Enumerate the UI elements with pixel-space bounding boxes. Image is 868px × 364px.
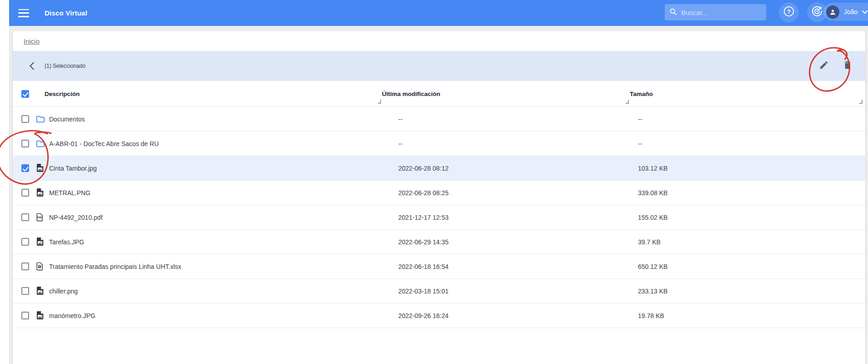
row-checkbox[interactable] [21, 312, 29, 319]
file-modified-date: 2022-09-26 16:24 [398, 312, 449, 319]
selection-toolbar: (1) Seleccionado [13, 51, 865, 81]
breadcrumb: Inicio [13, 31, 865, 51]
row-checkbox[interactable] [21, 164, 29, 172]
image-file-icon [35, 188, 45, 198]
file-name[interactable]: Documentos [49, 116, 85, 123]
table-row[interactable]: Tratamiento Paradas principais Linha UHT… [13, 254, 865, 279]
menu-icon[interactable] [18, 9, 29, 17]
search-box[interactable] [665, 4, 766, 20]
image-file-icon [35, 163, 45, 173]
table-row[interactable]: Cinta Tambor.jpg2022-06-28 08:12103.12 K… [13, 156, 865, 181]
table-row[interactable]: PDFNP-4492_2010.pdf2021-12-17 12:53155.0… [13, 205, 865, 230]
image-file-icon [35, 237, 45, 247]
row-checkbox[interactable] [21, 238, 29, 246]
file-modified-date: 2022-06-18 16:54 [398, 263, 449, 270]
table-row[interactable]: chiller.png2022-03-18 15:01233.13 KB [13, 279, 865, 303]
file-name[interactable]: Cinta Tambor.jpg [49, 165, 97, 172]
file-size: 103.12 KB [638, 165, 667, 172]
image-file-icon [35, 286, 45, 296]
back-button[interactable] [26, 60, 38, 72]
file-manager-card: Inicio (1) Seleccionado [13, 31, 865, 364]
delete-button[interactable] [842, 60, 853, 72]
column-resize-handle[interactable] [859, 100, 863, 104]
file-modified-date: -- [398, 140, 402, 147]
table-header: Descripción Última modificación Tamaño [13, 81, 865, 107]
file-list: Documentos----A-ABR-01 - DocTec Abre Sac… [13, 107, 865, 328]
file-name[interactable]: Tarefas.JPG [49, 238, 84, 246]
file-size: -- [638, 116, 642, 123]
file-size: 233.13 KB [638, 288, 667, 295]
row-checkbox[interactable] [21, 140, 29, 147]
row-checkbox[interactable] [21, 263, 29, 270]
search-input[interactable] [681, 9, 758, 16]
column-header-description[interactable]: Descripción [45, 91, 80, 97]
row-checkbox[interactable] [21, 115, 29, 123]
file-name[interactable]: manómetro.JPG [49, 312, 95, 319]
column-resize-handle[interactable] [626, 100, 629, 104]
image-file-icon [35, 311, 45, 321]
table-row[interactable]: Documentos---- [13, 107, 865, 131]
folder-icon [35, 114, 45, 124]
chevron-down-icon [862, 8, 868, 16]
row-checkbox[interactable] [21, 287, 29, 295]
pdf-file-icon: PDF [35, 212, 45, 222]
user-name: João [844, 8, 858, 15]
column-header-modified[interactable]: Última modificación [382, 91, 440, 97]
file-name[interactable]: Tratamiento Paradas principais Linha UHT… [49, 263, 181, 270]
table-row[interactable]: Tarefas.JPG2022-06-29 14:3539.7 KB [13, 230, 865, 254]
svg-text:?: ? [787, 9, 791, 15]
table-row[interactable]: manómetro.JPG2022-09-26 16:2419.78 KB [13, 303, 865, 328]
file-size: -- [638, 140, 642, 147]
folder-icon [35, 139, 45, 149]
help-icon: ? [783, 5, 795, 19]
table-row[interactable]: A-ABR-01 - DocTec Abre Sacos de RU---- [13, 131, 865, 156]
selection-count-label: (1) Seleccionado [45, 63, 85, 69]
file-size: 19.78 KB [638, 312, 664, 319]
file-modified-date: -- [398, 116, 402, 123]
row-checkbox[interactable] [21, 189, 29, 197]
file-size: 339.08 KB [638, 189, 667, 197]
page-background: Inicio (1) Seleccionado [9, 26, 868, 364]
file-name[interactable]: METRAL.PNG [49, 189, 90, 197]
svg-text:PDF: PDF [37, 216, 43, 219]
target-arrow-icon [811, 5, 823, 20]
file-modified-date: 2022-03-18 15:01 [398, 288, 449, 295]
excel-file-icon [35, 262, 45, 272]
app-bar: Disco Virtual ? João [9, 0, 868, 26]
trash-icon [843, 60, 853, 72]
file-name[interactable]: chiller.png [49, 288, 78, 295]
column-resize-handle[interactable] [378, 100, 381, 104]
app-title: Disco Virtual [45, 9, 87, 17]
file-modified-date: 2021-12-17 12:53 [398, 214, 449, 221]
column-header-size[interactable]: Tamaño [630, 91, 653, 97]
file-size: 650.12 KB [638, 263, 667, 270]
search-icon [669, 8, 677, 17]
file-size: 39.7 KB [638, 238, 661, 246]
file-size: 155.02 KB [638, 214, 667, 221]
pencil-icon [819, 60, 829, 72]
breadcrumb-home-link[interactable]: Inicio [24, 37, 40, 45]
file-name[interactable]: NP-4492_2010.pdf [49, 214, 103, 221]
file-modified-date: 2022-06-29 14:35 [398, 238, 449, 246]
edit-button[interactable] [818, 60, 830, 72]
select-all-checkbox[interactable] [21, 90, 29, 98]
file-modified-date: 2022-06-28 08:12 [398, 165, 449, 172]
file-modified-date: 2022-06-28 08:25 [398, 189, 449, 197]
file-name[interactable]: A-ABR-01 - DocTec Abre Sacos de RU [49, 140, 159, 147]
help-button[interactable]: ? [779, 2, 799, 22]
user-menu[interactable]: João [823, 3, 868, 21]
row-checkbox[interactable] [21, 213, 29, 221]
avatar [826, 5, 839, 19]
table-row[interactable]: METRAL.PNG2022-06-28 08:25339.08 KB [13, 181, 865, 205]
